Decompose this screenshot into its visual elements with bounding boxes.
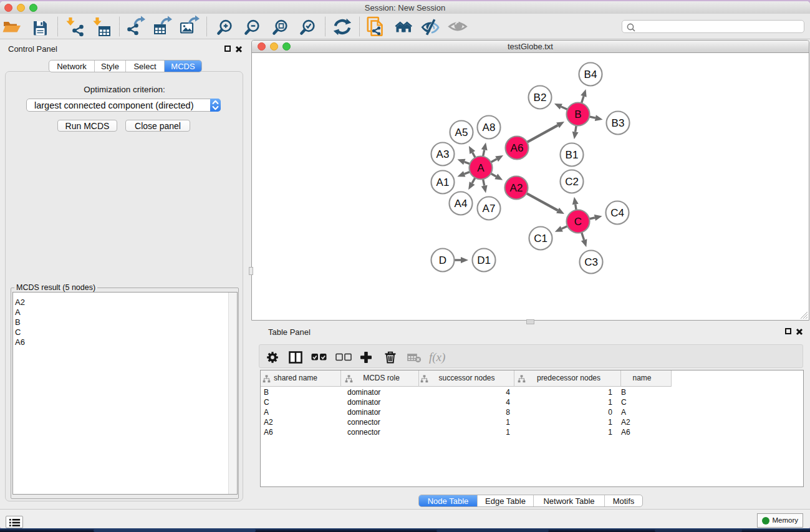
svg-text:B1: B1: [566, 148, 579, 160]
svg-text:A7: A7: [483, 202, 496, 214]
svg-text:C4: C4: [610, 206, 624, 218]
svg-text:C3: C3: [584, 256, 598, 268]
svg-text:A1: A1: [436, 176, 450, 188]
svg-text:C2: C2: [565, 175, 579, 187]
svg-text:A3: A3: [436, 148, 450, 160]
svg-text:D1: D1: [477, 254, 491, 266]
svg-text:D: D: [439, 254, 446, 266]
svg-text:A5: A5: [455, 126, 468, 138]
svg-text:C: C: [574, 215, 582, 227]
svg-text:B: B: [574, 108, 581, 120]
svg-text:A: A: [477, 162, 485, 173]
svg-text:B2: B2: [534, 91, 547, 103]
svg-text:A4: A4: [455, 197, 468, 209]
svg-text:A2: A2: [510, 181, 523, 193]
svg-text:B3: B3: [612, 117, 625, 128]
svg-text:A6: A6: [511, 142, 524, 153]
svg-text:C1: C1: [534, 232, 547, 244]
svg-text:A8: A8: [483, 121, 496, 133]
svg-text:f(x): f(x): [429, 351, 445, 364]
svg-text:B4: B4: [584, 68, 597, 80]
